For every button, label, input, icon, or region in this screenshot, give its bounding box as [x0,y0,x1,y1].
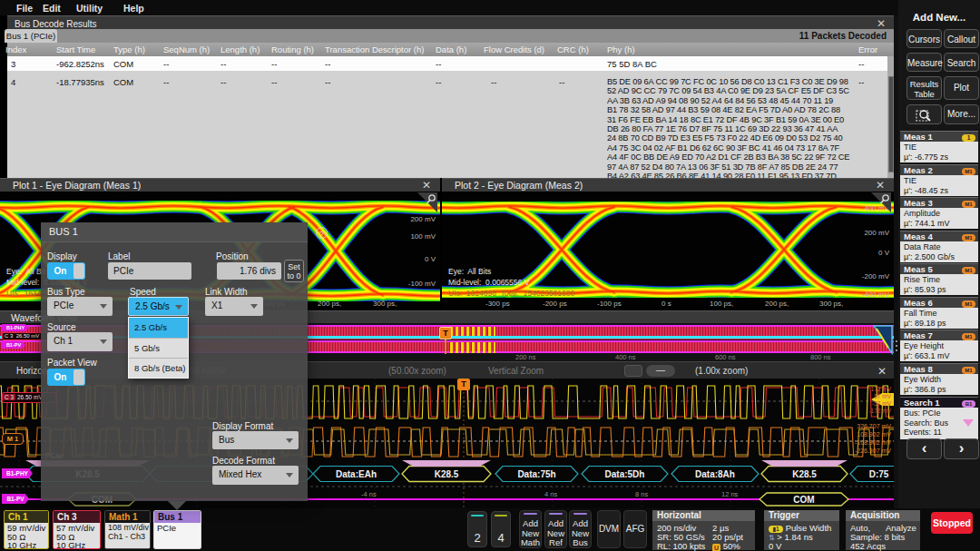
svg-text:K28.5: K28.5 [435,469,459,479]
svg-text:COM: COM [793,495,814,505]
svg-text:Data:EAh: Data:EAh [336,469,377,479]
svg-text:12 ns: 12 ns [721,490,739,498]
svg-text:Data:8Ah: Data:8Ah [695,469,735,479]
svg-text:D:75: D:75 [869,469,889,479]
svg-text:K28.5: K28.5 [792,469,817,479]
svg-text:Data:5Dh: Data:5Dh [605,469,645,479]
svg-text:8 ns: 8 ns [635,490,648,498]
svg-text:Data:75h: Data:75h [517,469,555,479]
svg-text:4 ns: 4 ns [544,490,557,498]
svg-text:-4 ns: -4 ns [361,490,377,498]
